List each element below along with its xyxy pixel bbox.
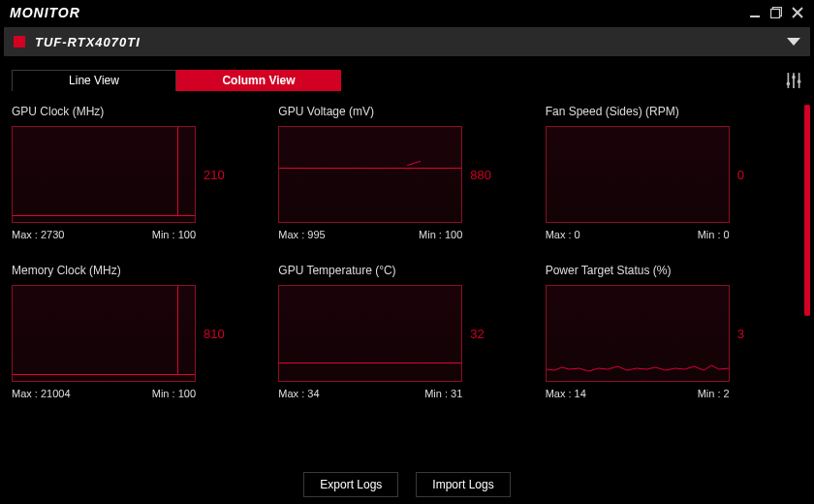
current-value: 32 — [462, 327, 501, 341]
export-logs-button[interactable]: Export Logs — [303, 472, 398, 497]
card-title: GPU Temperature (°C) — [278, 264, 525, 277]
card-title: Memory Clock (MHz) — [12, 264, 259, 277]
max-label: Max : 34 — [278, 388, 319, 399]
card-title: GPU Clock (MHz) — [12, 105, 259, 118]
min-label: Min : 31 — [424, 388, 462, 399]
current-value: 3 — [730, 327, 768, 341]
chart-gpu-clock[interactable] — [12, 126, 196, 223]
current-value: 810 — [196, 327, 235, 341]
tab-column-view[interactable]: Column View — [176, 70, 341, 91]
chart-mem-clock[interactable] — [12, 285, 196, 382]
card-title: Fan Speed (Sides) (RPM) — [546, 105, 793, 118]
chart-gpu-voltage[interactable] — [278, 126, 462, 223]
card-power-target: Power Target Status (%) 3 Max : 14 Min :… — [546, 264, 793, 399]
card-gpu-voltage: GPU Voltage (mV) 880 Max : 995 Min : 100 — [278, 105, 525, 240]
maximize-icon — [770, 7, 782, 18]
content-wrap: GPU Clock (MHz) 210 Max : 2730 Min : 100 — [4, 97, 810, 465]
card-title: GPU Voltage (mV) — [278, 105, 525, 118]
card-gpu-clock: GPU Clock (MHz) 210 Max : 2730 Min : 100 — [12, 105, 259, 240]
svg-rect-2 — [771, 10, 780, 18]
min-label: Min : 0 — [698, 229, 730, 240]
chevron-down-icon — [787, 38, 800, 46]
chart-fan-speed[interactable] — [546, 126, 730, 223]
view-tabs: Line View Column View — [12, 70, 802, 91]
chart-power-target[interactable] — [546, 285, 730, 382]
chart-gpu-temp[interactable] — [278, 285, 462, 382]
maximize-button[interactable] — [766, 0, 787, 25]
min-label: Min : 100 — [419, 229, 462, 240]
svg-point-8 — [787, 81, 791, 85]
charts-area: GPU Clock (MHz) 210 Max : 2730 Min : 100 — [4, 97, 800, 465]
max-label: Max : 0 — [546, 229, 580, 240]
svg-point-10 — [798, 79, 801, 83]
current-value: 210 — [196, 168, 235, 182]
svg-point-9 — [792, 75, 796, 79]
scrollbar-thumb[interactable] — [804, 105, 810, 316]
max-label: Max : 14 — [546, 388, 586, 399]
card-fan-speed: Fan Speed (Sides) (RPM) 0 Max : 0 Min : … — [546, 105, 793, 240]
vertical-scrollbar[interactable] — [800, 105, 810, 457]
app-title: MONITOR — [10, 5, 744, 20]
min-label: Min : 100 — [152, 388, 196, 399]
app-window: { "header": { "app_title": "MONITOR", "d… — [0, 0, 814, 504]
minimize-icon — [749, 7, 761, 18]
current-value: 880 — [462, 168, 501, 182]
minimize-button[interactable] — [744, 0, 766, 25]
sliders-icon — [785, 72, 802, 89]
min-label: Min : 100 — [152, 229, 196, 240]
device-selector[interactable]: TUF-RTX4070TI — [4, 27, 810, 56]
card-title: Power Target Status (%) — [546, 264, 793, 277]
max-label: Max : 995 — [278, 229, 325, 240]
current-value: 0 — [730, 168, 768, 182]
tab-line-view[interactable]: Line View — [12, 70, 176, 91]
chart-settings-button[interactable] — [785, 72, 802, 89]
titlebar: MONITOR — [0, 0, 814, 25]
device-name: TUF-RTX4070TI — [35, 35, 787, 49]
charts-grid: GPU Clock (MHz) 210 Max : 2730 Min : 100 — [12, 105, 793, 399]
footer: Export Logs Import Logs — [0, 465, 814, 504]
close-button[interactable] — [787, 0, 808, 25]
max-label: Max : 21004 — [12, 388, 71, 399]
min-label: Min : 2 — [698, 388, 730, 399]
max-label: Max : 2730 — [12, 229, 64, 240]
device-accent-square — [14, 36, 25, 47]
import-logs-button[interactable]: Import Logs — [416, 472, 510, 497]
close-icon — [792, 7, 803, 18]
card-gpu-temp: GPU Temperature (°C) 32 Max : 34 Min : 3… — [278, 264, 525, 399]
card-mem-clock: Memory Clock (MHz) 810 Max : 21004 Min :… — [12, 264, 259, 399]
